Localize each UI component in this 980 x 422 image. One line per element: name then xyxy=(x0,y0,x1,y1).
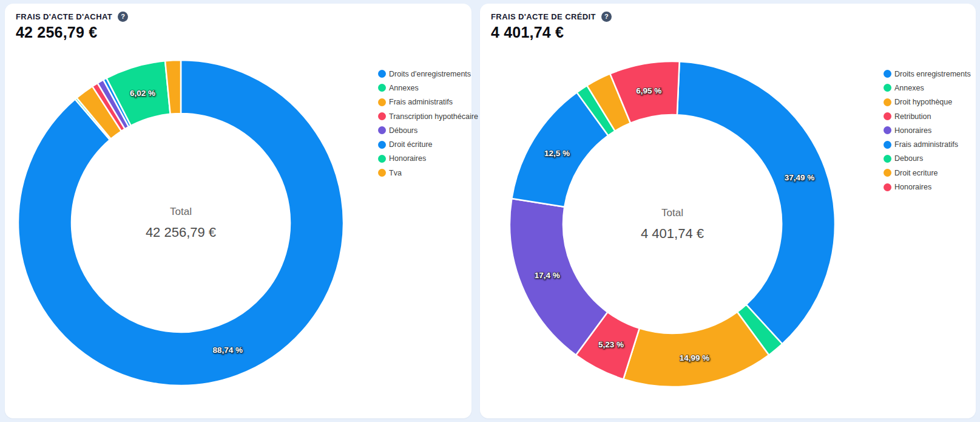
legend-item-label: Tva xyxy=(389,169,402,177)
card-amount: 4 401,74 € xyxy=(491,24,612,41)
legend-item-droit-ecriture[interactable]: Droit ecriture xyxy=(884,166,971,180)
legend-item-label: Annexes xyxy=(894,84,924,92)
legend-item-debours[interactable]: Debours xyxy=(884,152,971,166)
legend-item-droit-hypotheque[interactable]: Droit hypothèque xyxy=(884,95,971,109)
dashboard-page: { "page": { "background": "#e8f0fb", "ca… xyxy=(0,0,980,422)
legend-item-honoraires[interactable]: Honoraires xyxy=(884,180,971,194)
slice-honoraires[interactable] xyxy=(510,199,607,355)
legend-item-label: Honoraires xyxy=(894,126,931,135)
legend-item-droits-d-enregistrements[interactable]: Droits d'enregistrements xyxy=(378,67,478,81)
legend-bullet-icon xyxy=(378,155,386,163)
legend-item-label: Droit hypothèque xyxy=(894,98,952,106)
legend-bullet-icon xyxy=(884,183,891,191)
donut-svg: 37,49 %14,99 %5,23 %17,4 %12,5 %6,95 % xyxy=(502,54,842,394)
legend-item-label: Transcription hypothécaire xyxy=(389,112,478,121)
legend-item-label: Droits enregistrements xyxy=(894,70,971,78)
legend-bullet-icon xyxy=(884,98,891,106)
donut-svg: 88,74 %6,02 % xyxy=(11,53,351,393)
card-title: FRAIS D'ACTE D'ACHAT xyxy=(16,12,112,21)
legend-bullet-icon xyxy=(378,126,386,134)
slice-droits-enregistrements[interactable] xyxy=(677,61,835,344)
donut-chart-achat: 88,74 %6,02 % Total 42 256,79 € xyxy=(11,53,351,393)
legend-item-label: Débours xyxy=(389,126,417,135)
legend-item-frais-administratifs[interactable]: Frais administratifs xyxy=(884,137,971,151)
card-frais-acte-achat: FRAIS D'ACTE D'ACHAT ? 42 256,79 € 88,74… xyxy=(5,4,471,418)
legend-bullet-icon xyxy=(378,70,386,78)
legend-item-droit-ecriture[interactable]: Droit écriture xyxy=(378,137,478,151)
legend-item-label: Debours xyxy=(894,154,923,163)
legend-item-label: Droits d'enregistrements xyxy=(389,70,471,78)
legend-item-label: Honoraires xyxy=(389,154,426,163)
legend-item-tva[interactable]: Tva xyxy=(378,166,478,180)
legend-bullet-icon xyxy=(378,98,386,106)
legend-bullet-icon xyxy=(884,70,891,78)
card-header: FRAIS D'ACTE D'ACHAT ? 42 256,79 € xyxy=(16,12,128,41)
legend-bullet-icon xyxy=(884,84,891,92)
legend-item-droits-enregistrements[interactable]: Droits enregistrements xyxy=(884,67,971,81)
card-header: FRAIS D'ACTE DE CRÉDIT ? 4 401,74 € xyxy=(491,12,612,41)
legend-item-label: Droit écriture xyxy=(389,140,433,149)
legend-bullet-icon xyxy=(884,141,891,149)
legend-item-label: Frais administratifs xyxy=(389,98,453,106)
help-icon[interactable]: ? xyxy=(601,12,612,22)
card-amount: 42 256,79 € xyxy=(16,24,128,41)
legend-item-frais-administratifs[interactable]: Frais administratifs xyxy=(378,95,478,109)
legend-item-honoraires[interactable]: Honoraires xyxy=(884,123,971,137)
donut-chart-credit: 37,49 %14,99 %5,23 %17,4 %12,5 %6,95 % T… xyxy=(502,54,842,394)
legend-item-label: Droit ecriture xyxy=(894,169,938,177)
legend-bullet-icon xyxy=(378,141,386,149)
card-frais-acte-credit: FRAIS D'ACTE DE CRÉDIT ? 4 401,74 € 37,4… xyxy=(480,4,976,418)
legend-bullet-icon xyxy=(884,155,891,163)
legend-bullet-icon xyxy=(884,169,891,177)
legend-item-label: Annexes xyxy=(389,84,419,92)
legend-item-debours[interactable]: Débours xyxy=(378,123,478,137)
legend-bullet-icon xyxy=(378,169,386,177)
card-title: FRAIS D'ACTE DE CRÉDIT xyxy=(491,12,596,21)
legend-item-transcription-hypothecaire[interactable]: Transcription hypothécaire xyxy=(378,109,478,123)
legend-item-annexes[interactable]: Annexes xyxy=(378,81,478,95)
legend-item-label: Retribution xyxy=(894,112,931,121)
legend-item-honoraires[interactable]: Honoraires xyxy=(378,152,478,166)
legend-item-retribution[interactable]: Retribution xyxy=(884,109,971,123)
legend-achat: Droits d'enregistrementsAnnexesFrais adm… xyxy=(378,67,478,180)
legend-bullet-icon xyxy=(378,112,386,120)
legend-item-label: Honoraires xyxy=(894,183,931,191)
legend-credit: Droits enregistrementsAnnexesDroit hypot… xyxy=(884,67,971,194)
legend-item-label: Frais administratifs xyxy=(894,140,958,149)
legend-bullet-icon xyxy=(378,84,386,92)
legend-bullet-icon xyxy=(884,126,891,134)
help-icon[interactable]: ? xyxy=(118,12,128,22)
legend-bullet-icon xyxy=(884,112,891,120)
legend-item-annexes[interactable]: Annexes xyxy=(884,81,971,95)
